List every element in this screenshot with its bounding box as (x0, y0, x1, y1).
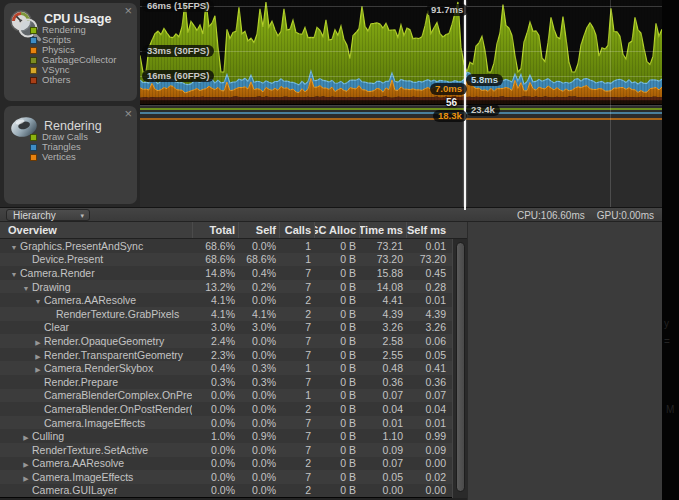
total-cell: 0.0% (192, 417, 238, 429)
calls-cell: 7 (279, 444, 314, 456)
foldout-arrow[interactable]: ▼ (8, 244, 20, 251)
legend-item-vertices[interactable]: Vertices (30, 152, 88, 162)
table-row[interactable]: ▶Render.OpaqueGeometry2.4%0.0%70 B2.580.… (0, 334, 452, 348)
foldout-arrow[interactable]: ▶ (20, 475, 32, 483)
total-cell: 68.6% (192, 240, 238, 252)
gc-cell: 0 B (314, 376, 359, 388)
sample-name: Camera.AAResolve (32, 457, 124, 469)
legend-swatch[interactable] (30, 67, 37, 74)
cpu-time-stat: CPU:106.60ms (517, 210, 585, 221)
view-mode-dropdown[interactable]: Hierarchy ▾ (6, 209, 90, 221)
self-cell: 0.0% (238, 294, 279, 306)
rendering-chart[interactable] (140, 105, 662, 208)
column-header-time-ms[interactable]: Time ms (359, 222, 406, 238)
calls-cell: 7 (279, 349, 314, 361)
calls-cell: 7 (279, 281, 314, 293)
legend-swatch[interactable] (30, 154, 37, 161)
column-header-total[interactable]: Total (192, 222, 238, 238)
table-row[interactable]: ▶Camera.AAResolve0.0%0.0%20 B0.070.00 (0, 457, 452, 471)
calls-cell: 1 (279, 240, 314, 252)
sample-name: CameraBlender.OnPostRender() (44, 403, 192, 415)
table-row[interactable]: ▼Drawing13.2%0.2%70 B14.080.28 (0, 280, 452, 294)
sample-name-cell: RenderTexture.SetActive (0, 444, 192, 456)
table-row[interactable]: CameraBlenderComplex.OnPreRender()0.0%0.… (0, 389, 452, 403)
column-header-overview[interactable]: Overview (0, 222, 192, 238)
table-row[interactable]: Camera.ImageEffects0.0%0.0%70 B0.010.01 (0, 416, 452, 430)
legend-swatch[interactable] (30, 57, 37, 64)
foldout-arrow[interactable]: ▶ (32, 366, 44, 374)
table-row[interactable]: Clear3.0%3.0%70 B3.263.26 (0, 321, 452, 335)
legend-swatch[interactable] (30, 144, 37, 151)
gc-cell: 0 B (314, 308, 359, 320)
sample-name-cell: ▶Camera.ImageEffects (0, 471, 192, 483)
table-row[interactable]: CameraBlender.OnPostRender()0.0%0.0%20 B… (0, 402, 452, 416)
legend-swatch[interactable] (30, 77, 37, 84)
calls-cell: 1 (279, 389, 314, 401)
gc-cell: 0 B (314, 484, 359, 496)
table-row[interactable]: ▶Culling1.0%0.9%70 B1.100.99 (0, 429, 452, 443)
table-row[interactable]: ▶Camera.ImageEffects0.0%0.0%70 B0.050.02 (0, 470, 452, 484)
sample-name: Device.Present (32, 253, 103, 265)
self-cell: 0.4% (238, 267, 279, 279)
foldout-arrow[interactable]: ▶ (20, 461, 32, 469)
foldout-arrow[interactable]: ▼ (8, 271, 20, 278)
close-icon[interactable]: × (124, 107, 132, 120)
sample-name: RenderTexture.GrabPixels (56, 308, 179, 320)
sample-name-cell: Clear (0, 321, 192, 333)
foldout-arrow[interactable]: ▼ (32, 298, 44, 305)
table-row[interactable]: RenderTexture.SetActive0.0%0.0%70 B0.090… (0, 443, 452, 457)
calls-cell: 7 (279, 417, 314, 429)
time-cell: 1.10 (359, 430, 406, 442)
table-row[interactable]: Camera.GUILayer0.0%0.0%20 B0.000.00 (0, 484, 452, 498)
sample-name: Render.OpaqueGeometry (44, 335, 164, 347)
time-cell: 73.21 (359, 240, 406, 252)
column-header-self-ms[interactable]: Self ms (406, 222, 449, 238)
legend-swatch[interactable] (30, 27, 37, 34)
calls-cell: 2 (279, 294, 314, 306)
sample-name-cell: ▼Camera.Render (0, 267, 192, 279)
legend-swatch[interactable] (30, 134, 37, 141)
column-header-gc-alloc[interactable]: GC Alloc (314, 222, 359, 238)
self-cell: 0.3% (238, 376, 279, 388)
self-cell: 0.0% (238, 349, 279, 361)
self-cell: 0.2% (238, 281, 279, 293)
legend-item-others[interactable]: Others (30, 75, 116, 85)
legend-swatch[interactable] (30, 37, 37, 44)
table-row[interactable]: Device.Present68.6%68.6%10 B73.2073.20 (0, 253, 452, 267)
rendering-panel[interactable]: Rendering × Draw CallsTrianglesVertices (4, 106, 137, 204)
table-row[interactable]: ▼Graphics.PresentAndSync68.6%0.0%10 B73.… (0, 239, 452, 253)
table-row[interactable]: RenderTexture.GrabPixels4.1%4.1%20 B4.39… (0, 307, 452, 321)
table-row[interactable]: Render.Prepare0.3%0.3%70 B0.360.36 (0, 375, 452, 389)
sample-name: CameraBlenderComplex.OnPreRender() (44, 389, 192, 401)
self-cell: 0.0% (238, 457, 279, 469)
cpu-usage-chart[interactable] (140, 0, 662, 105)
total-cell: 0.0% (192, 389, 238, 401)
close-icon[interactable]: × (124, 4, 132, 17)
table-row[interactable]: ▼Camera.AAResolve4.1%0.0%20 B4.410.01 (0, 293, 452, 307)
cpu-usage-panel[interactable]: CPU Usage × RenderingScriptsPhysicsGarba… (4, 3, 137, 101)
table-header: Overview Total Self Calls GC Alloc Time … (0, 222, 467, 239)
time-cell: 3.26 (359, 321, 406, 333)
column-header-self[interactable]: Self (238, 222, 279, 238)
time-cell: 73.20 (359, 253, 406, 265)
foldout-arrow[interactable]: ▶ (20, 434, 32, 442)
calls-cell: 2 (279, 403, 314, 415)
table-row[interactable]: ▶Render.TransparentGeometry2.3%0.0%70 B2… (0, 348, 452, 362)
foldout-arrow[interactable]: ▶ (32, 339, 44, 347)
sample-name: Render.TransparentGeometry (44, 349, 183, 361)
foldout-arrow[interactable]: ▶ (32, 353, 44, 361)
sample-name: Culling (32, 430, 64, 442)
scrollbar-thumb[interactable] (456, 242, 465, 492)
gc-cell: 0 B (314, 444, 359, 456)
time-cell: 0.04 (359, 403, 406, 415)
table-row[interactable]: ▼Camera.Render14.8%0.4%70 B15.880.45 (0, 266, 452, 280)
table-row[interactable]: ▶Camera.RenderSkybox0.4%0.3%10 B0.480.41 (0, 361, 452, 375)
gc-cell: 0 B (314, 321, 359, 333)
legend-swatch[interactable] (30, 47, 37, 54)
vertical-scrollbar[interactable] (452, 239, 467, 498)
sample-name: Camera.ImageEffects (44, 417, 145, 429)
sample-name-cell: RenderTexture.GrabPixels (0, 308, 192, 320)
foldout-arrow[interactable]: ▼ (20, 285, 32, 292)
column-header-calls[interactable]: Calls (279, 222, 314, 238)
legend-label: Others (42, 75, 71, 85)
